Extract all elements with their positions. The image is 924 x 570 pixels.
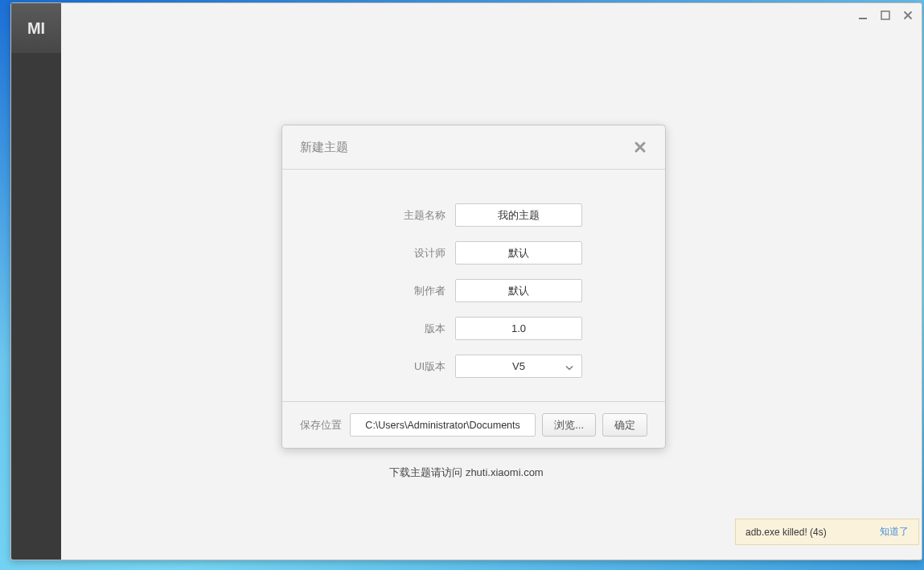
dialog-footer: 保存位置 浏览... 确定 — [282, 401, 665, 448]
maximize-button[interactable] — [880, 10, 891, 21]
close-button[interactable] — [902, 10, 914, 21]
confirm-button[interactable]: 确定 — [602, 413, 647, 437]
label-designer: 设计师 — [365, 246, 455, 260]
svg-rect-0 — [859, 18, 867, 19]
input-save-path[interactable] — [350, 413, 536, 437]
new-theme-dialog: 新建主题 主题名称 设计师 制作者 版本 U — [281, 125, 666, 449]
dialog-body: 主题名称 设计师 制作者 版本 UI版本 V5 — [282, 170, 665, 378]
input-designer[interactable] — [455, 241, 582, 264]
row-theme-name: 主题名称 — [282, 203, 665, 227]
dialog-header: 新建主题 — [282, 125, 665, 170]
label-ui-version: UI版本 — [365, 359, 455, 374]
download-hint: 下载主题请访问 zhuti.xiaomi.com — [11, 465, 922, 480]
titlebar — [11, 3, 922, 32]
window-controls — [857, 10, 914, 21]
toast-dismiss-link[interactable]: 知道了 — [880, 525, 909, 539]
input-author[interactable] — [455, 279, 582, 302]
input-theme-name[interactable] — [455, 203, 582, 227]
row-version: 版本 — [282, 317, 665, 340]
row-designer: 设计师 — [282, 241, 665, 264]
dialog-close-button[interactable] — [633, 140, 647, 154]
label-theme-name: 主题名称 — [365, 208, 455, 223]
browse-button[interactable]: 浏览... — [542, 413, 596, 437]
svg-rect-1 — [881, 11, 889, 19]
label-author: 制作者 — [365, 284, 455, 298]
toast: adb.exe killed! (4s) 知道了 — [735, 519, 919, 545]
close-icon — [903, 10, 913, 20]
toast-message: adb.exe killed! (4s) — [745, 527, 827, 538]
minimize-icon — [858, 10, 868, 20]
row-author: 制作者 — [282, 279, 665, 302]
app-window: MI 新建主题 主题名称 — [10, 2, 922, 560]
select-ui-version[interactable]: V5 — [455, 355, 582, 378]
label-version: 版本 — [365, 322, 455, 336]
chevron-down-icon — [565, 360, 573, 372]
input-version[interactable] — [455, 317, 582, 340]
maximize-icon — [881, 10, 890, 20]
select-ui-version-value: V5 — [512, 360, 525, 372]
close-icon — [634, 141, 647, 154]
row-ui-version: UI版本 V5 — [282, 355, 665, 378]
label-save-location: 保存位置 — [300, 418, 342, 433]
dialog-title: 新建主题 — [300, 140, 348, 155]
minimize-button[interactable] — [857, 10, 869, 21]
